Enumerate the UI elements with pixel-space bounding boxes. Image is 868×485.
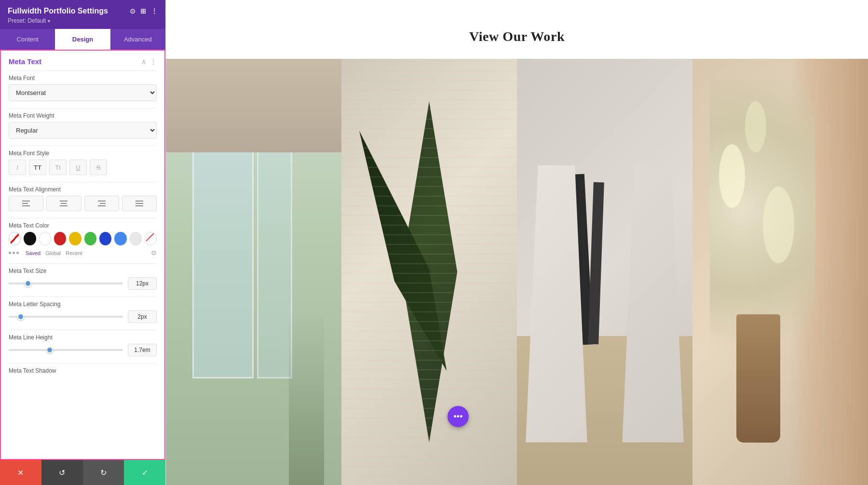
svg-rect-8 [98, 205, 106, 206]
meta-font-field: Meta Font Montserrat Open Sans Lato Robo… [1, 71, 164, 108]
tabs: Content Design Advanced [0, 29, 165, 50]
sidebar-title-row: Fullwidth Portfolio Settings ⊙ ⊞ ⋮ [8, 7, 158, 15]
sidebar-header: Fullwidth Portfolio Settings ⊙ ⊞ ⋮ Prese… [0, 0, 165, 29]
meta-line-height-slider-row [9, 344, 157, 356]
section-more-icon[interactable]: ⋮ [150, 58, 157, 66]
bold-btn[interactable]: TT [29, 160, 46, 175]
underline-btn[interactable]: U [69, 160, 87, 175]
uppercase-btn[interactable]: Tt [49, 160, 67, 175]
svg-rect-9 [136, 201, 143, 202]
svg-rect-1 [22, 203, 28, 204]
meta-font-label: Meta Font [9, 75, 157, 81]
sidebar-title-icons: ⊙ ⊞ ⋮ [130, 7, 158, 15]
svg-rect-7 [100, 203, 106, 204]
svg-rect-6 [98, 201, 106, 202]
svg-rect-2 [22, 205, 30, 206]
portfolio-img-2[interactable] [341, 59, 517, 485]
meta-font-weight-field: Meta Font Weight Regular Bold Light Medi… [1, 108, 164, 146]
align-justify-btn[interactable] [122, 196, 157, 211]
meta-text-size-slider-row [9, 277, 157, 290]
undo-icon: ↺ [59, 468, 65, 477]
section-header-icons: ∧ ⋮ [141, 58, 157, 66]
undo-button[interactable]: ↺ [41, 460, 83, 485]
tab-design[interactable]: Design [55, 29, 110, 50]
portfolio-section: View Our Work [166, 0, 868, 485]
svg-rect-10 [136, 203, 143, 204]
color-swatch-transparent[interactable] [9, 232, 21, 245]
tab-advanced[interactable]: Advanced [110, 29, 165, 50]
portfolio-img-1[interactable] [166, 59, 341, 485]
align-buttons [9, 196, 157, 211]
meta-font-select[interactable]: Montserrat Open Sans Lato Roboto [9, 84, 157, 101]
meta-text-size-slider[interactable] [9, 283, 123, 284]
collapse-icon[interactable]: ∧ [141, 58, 146, 66]
panel-content: Meta Text ∧ ⋮ Meta Font Montserrat Open … [0, 50, 165, 460]
italic-btn[interactable]: I [9, 160, 26, 175]
color-swatches [9, 232, 157, 245]
svg-rect-3 [60, 201, 68, 202]
color-settings-icon[interactable]: ⚙ [151, 249, 157, 256]
color-dots-icon [9, 252, 19, 254]
svg-rect-0 [22, 201, 30, 202]
meta-text-alignment-field: Meta Text Alignment [1, 182, 164, 218]
color-tab-global[interactable]: Global [45, 250, 61, 256]
meta-text-size-label: Meta Text Size [9, 268, 157, 274]
redo-button[interactable]: ↻ [83, 460, 124, 485]
meta-letter-spacing-section: Meta Letter Spacing [1, 297, 164, 330]
align-right-btn[interactable] [84, 196, 119, 211]
settings-icon[interactable]: ⊙ [130, 7, 136, 15]
save-icon: ✓ [142, 468, 148, 477]
cancel-button[interactable]: ✕ [0, 460, 41, 485]
meta-letter-spacing-slider-row [9, 310, 157, 323]
columns-icon[interactable]: ⊞ [140, 7, 146, 15]
portfolio-img-3[interactable] [517, 59, 692, 485]
save-button[interactable]: ✓ [124, 460, 165, 485]
portfolio-img-4[interactable] [692, 59, 868, 485]
meta-letter-spacing-input[interactable] [128, 310, 157, 323]
color-swatch-light[interactable] [130, 232, 142, 245]
color-swatch-green[interactable] [84, 232, 96, 245]
color-tab-saved[interactable]: Saved [26, 250, 41, 256]
color-swatch-eraser[interactable] [145, 232, 157, 245]
more-icon[interactable]: ⋮ [151, 7, 158, 15]
main-content: View Our Work [166, 0, 868, 485]
preset-label: Preset: Default [8, 17, 46, 24]
meta-line-height-input[interactable] [128, 344, 157, 356]
portfolio-grid [166, 59, 868, 485]
meta-text-size-input[interactable] [128, 277, 157, 290]
meta-line-height-label: Meta Line Height [9, 334, 157, 341]
portfolio-title: View Our Work [176, 29, 858, 44]
meta-text-size-section: Meta Text Size [1, 264, 164, 296]
portfolio-header: View Our Work [166, 0, 868, 59]
strikethrough-btn[interactable]: S [90, 160, 107, 175]
sidebar-title: Fullwidth Portfolio Settings [8, 7, 108, 15]
svg-line-12 [146, 233, 154, 241]
color-tabs: Saved Global Recent ⚙ [9, 249, 157, 256]
color-swatch-blue-dark[interactable] [99, 232, 111, 245]
color-tab-recent[interactable]: Recent [66, 250, 82, 256]
meta-font-weight-label: Meta Font Weight [9, 112, 157, 119]
svg-rect-5 [60, 205, 68, 206]
preset-arrow-icon[interactable]: ▾ [48, 18, 50, 24]
meta-letter-spacing-label: Meta Letter Spacing [9, 301, 157, 308]
fab-button[interactable]: ••• [448, 406, 469, 427]
color-swatch-yellow[interactable] [69, 232, 81, 245]
color-swatch-blue-light[interactable] [114, 232, 126, 245]
color-swatch-black[interactable] [24, 232, 36, 245]
meta-line-height-section: Meta Line Height [1, 330, 164, 363]
section-header: Meta Text ∧ ⋮ [1, 51, 164, 70]
meta-font-weight-select[interactable]: Regular Bold Light Medium [9, 122, 157, 139]
meta-line-height-slider[interactable] [9, 349, 123, 351]
align-center-btn[interactable] [46, 196, 81, 211]
tab-content[interactable]: Content [0, 29, 55, 50]
color-swatch-white[interactable] [39, 232, 51, 245]
sidebar: Fullwidth Portfolio Settings ⊙ ⊞ ⋮ Prese… [0, 0, 166, 485]
redo-icon: ↻ [100, 468, 107, 477]
align-left-btn[interactable] [9, 196, 43, 211]
meta-text-color-section: Meta Text Color [1, 218, 164, 263]
meta-text-shadow-section: Meta Text Shadow [1, 364, 164, 384]
meta-letter-spacing-slider[interactable] [9, 316, 123, 318]
preset-line: Preset: Default ▾ [8, 17, 158, 24]
color-swatch-red[interactable] [54, 232, 66, 245]
fab-icon: ••• [454, 412, 463, 422]
